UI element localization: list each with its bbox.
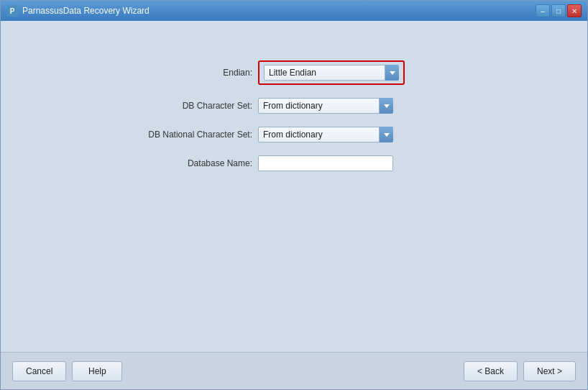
main-window: P ParnassusData Recovery Wizard – □ ✕ En… [0, 0, 588, 390]
bottom-left-buttons: Cancel Help [12, 361, 122, 381]
charset-select[interactable]: From dictionary AL32UTF8 UTF8 WE8ISO8859… [258, 98, 393, 114]
ncharset-select-wrapper: From dictionary AL16UTF16 UTF8 [258, 127, 393, 142]
maximize-button[interactable]: □ [551, 4, 566, 17]
content-area: Endian: Little Endian Big Endian DB Char… [1, 21, 587, 389]
cancel-button[interactable]: Cancel [12, 361, 66, 381]
next-button[interactable]: Next > [523, 361, 576, 381]
dbname-row: Database Name: [107, 155, 481, 171]
app-icon: P [6, 5, 18, 17]
charset-row: DB Character Set: From dictionary AL32UT… [107, 98, 481, 114]
endian-select[interactable]: Little Endian Big Endian [264, 65, 399, 81]
ncharset-select[interactable]: From dictionary AL16UTF16 UTF8 [258, 127, 393, 142]
charset-label: DB Character Set: [107, 101, 258, 111]
endian-select-wrapper: Little Endian Big Endian [264, 65, 399, 81]
close-button[interactable]: ✕ [567, 4, 582, 17]
dbname-label: Database Name: [107, 158, 258, 168]
minimize-button[interactable]: – [536, 4, 550, 17]
form-area: Endian: Little Endian Big Endian DB Char… [1, 21, 587, 352]
help-button[interactable]: Help [72, 361, 122, 381]
endian-label: Endian: [107, 68, 258, 78]
charset-select-wrapper: From dictionary AL32UTF8 UTF8 WE8ISO8859… [258, 98, 393, 114]
ncharset-row: DB National Character Set: From dictiona… [107, 127, 481, 142]
endian-highlight-box: Little Endian Big Endian [258, 60, 405, 85]
back-button[interactable]: < Back [464, 361, 518, 381]
bottom-right-buttons: < Back Next > [464, 361, 576, 381]
endian-row: Endian: Little Endian Big Endian [107, 60, 481, 85]
bottom-bar: Cancel Help < Back Next > [1, 352, 587, 389]
window-title: ParnassusData Recovery Wizard [22, 6, 536, 16]
dbname-input[interactable] [258, 155, 393, 171]
ncharset-label: DB National Character Set: [107, 130, 258, 140]
title-bar: P ParnassusData Recovery Wizard – □ ✕ [1, 1, 587, 21]
window-controls: – □ ✕ [536, 4, 582, 17]
